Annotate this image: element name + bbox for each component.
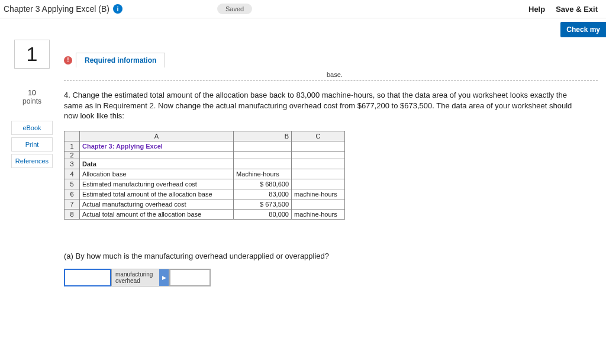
- cell-b: [234, 141, 292, 151]
- cell-c: [292, 151, 345, 159]
- save-exit-link[interactable]: Save & Exit: [556, 5, 598, 14]
- col-header-b: B: [234, 131, 292, 141]
- dropdown-label: manufacturing overhead: [112, 271, 159, 284]
- fragment-text: base.: [324, 71, 345, 78]
- help-link[interactable]: Help: [528, 5, 545, 14]
- cell-b: 80,000: [234, 209, 292, 219]
- print-button[interactable]: Print: [11, 137, 53, 152]
- ebook-button[interactable]: eBook: [11, 121, 53, 135]
- row-number: 6: [65, 189, 80, 199]
- cell-b: Machine-hours: [234, 169, 292, 179]
- cell-b: $ 673,500: [234, 199, 292, 209]
- cell-b: $ 680,600: [234, 179, 292, 189]
- cell-b: [234, 159, 292, 169]
- cell-a: Actual total amount of the allocation ba…: [80, 209, 234, 219]
- info-icon[interactable]: i: [113, 4, 123, 14]
- content-area: ! Required information base. 4. Change t…: [64, 37, 606, 286]
- cell-a: Data: [80, 159, 234, 169]
- points-value: 10: [28, 89, 36, 97]
- cell-a: Chapter 3: Applying Excel: [80, 141, 234, 151]
- cell-c: machine-hours: [292, 209, 345, 219]
- row-number: 3: [65, 159, 80, 169]
- question-a-text: (a) By how much is the manufacturing ove…: [64, 252, 598, 260]
- row-number: 4: [65, 169, 80, 179]
- points-display: 10 points: [22, 89, 41, 105]
- assignment-title: Chapter 3 Applying Excel (B): [4, 4, 109, 14]
- cell-c: [292, 141, 345, 151]
- instruction-text: 4. Change the estimated total amount of …: [64, 90, 585, 121]
- required-information-tab[interactable]: Required information: [76, 53, 165, 67]
- cell-a: Estimated manufacturing overhead cost: [80, 179, 234, 189]
- row-number: 2: [65, 151, 80, 159]
- left-sidebar: 1 10 points eBook Print References: [0, 37, 64, 286]
- chevron-down-icon: ▶: [159, 269, 169, 286]
- saved-status: Saved: [217, 4, 252, 14]
- cell-b: [234, 151, 292, 159]
- cell-a: Actual manufacturing overhead cost: [80, 199, 234, 209]
- question-number: 1: [14, 40, 50, 69]
- cell-c: [292, 199, 345, 209]
- answer-input-2[interactable]: [169, 269, 211, 286]
- cell-c: [292, 179, 345, 189]
- data-table: A B C 1Chapter 3: Applying Excel23Data4A…: [64, 131, 345, 220]
- col-header-c: C: [292, 131, 345, 141]
- fragment-divider: base.: [64, 71, 598, 80]
- row-number: 1: [65, 141, 80, 151]
- cell-a: Estimated total amount of the allocation…: [80, 189, 234, 199]
- cell-c: [292, 169, 345, 179]
- cell-a: Allocation base: [80, 169, 234, 179]
- row-number: 7: [65, 199, 80, 209]
- cell-c: machine-hours: [292, 189, 345, 199]
- cell-a: [80, 151, 234, 159]
- alert-icon: !: [64, 56, 72, 65]
- table-corner: [65, 131, 80, 141]
- row-number: 8: [65, 209, 80, 219]
- overhead-type-dropdown[interactable]: manufacturing overhead ▶: [111, 269, 169, 286]
- references-button[interactable]: References: [11, 154, 53, 168]
- answer-input-1[interactable]: [64, 269, 111, 286]
- row-number: 5: [65, 179, 80, 189]
- cell-b: 83,000: [234, 189, 292, 199]
- points-label: points: [22, 97, 41, 105]
- top-bar: Chapter 3 Applying Excel (B) i Saved Hel…: [0, 0, 606, 18]
- answer-row: manufacturing overhead ▶: [64, 269, 598, 286]
- check-my-work-button[interactable]: Check my: [560, 22, 606, 37]
- cell-c: [292, 159, 345, 169]
- col-header-a: A: [80, 131, 234, 141]
